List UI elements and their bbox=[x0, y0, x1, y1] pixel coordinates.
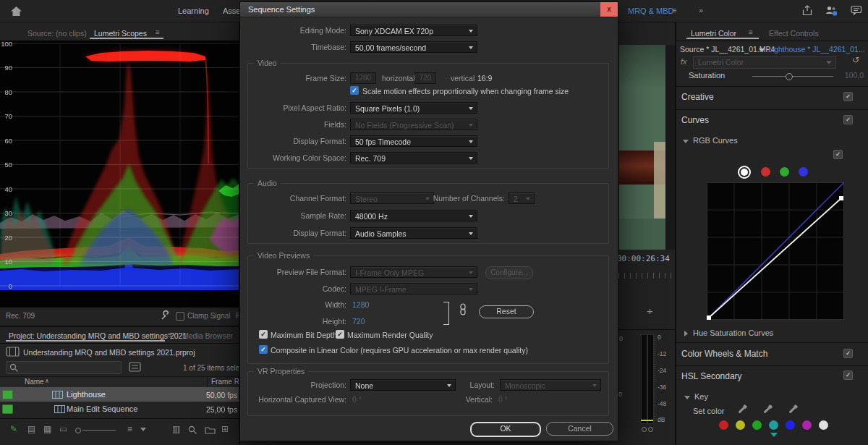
tab-lumetri-color[interactable]: Lumetri Color bbox=[691, 29, 736, 38]
chevron-right-icon[interactable] bbox=[684, 331, 688, 336]
dialog-title-bar[interactable]: Sequence Settings x bbox=[240, 2, 618, 17]
quick-export-icon[interactable] bbox=[801, 5, 813, 17]
creative-enabled-checkbox[interactable]: ✓ bbox=[843, 92, 853, 101]
search-input[interactable] bbox=[6, 361, 122, 374]
hsl-swatch-white[interactable] bbox=[819, 420, 828, 430]
program-ruler[interactable] bbox=[618, 273, 673, 279]
icon-view-icon[interactable]: ▦ bbox=[43, 424, 51, 434]
ok-button[interactable]: OK bbox=[470, 422, 541, 437]
tab-media-browser[interactable]: Media Browser bbox=[182, 331, 233, 340]
cancel-button[interactable]: Cancel bbox=[546, 422, 613, 436]
white-channel-dot-selected[interactable] bbox=[738, 166, 751, 179]
label-color-chip[interactable] bbox=[2, 390, 13, 399]
saturation-value[interactable]: 100,0 bbox=[839, 71, 864, 80]
panel-menu-icon[interactable]: ≡ bbox=[749, 28, 753, 36]
section-creative[interactable]: Creative bbox=[681, 92, 714, 102]
display-format-select[interactable]: 50 fps Timecode bbox=[350, 135, 477, 147]
scope-settings-wrench-icon[interactable] bbox=[160, 310, 170, 321]
program-timecode[interactable]: 00:00:26:34 bbox=[617, 254, 670, 263]
table-row[interactable]: Lighthouse 50,00 fps bbox=[0, 387, 239, 402]
chevron-down-icon[interactable] bbox=[759, 48, 765, 52]
hsl-swatch-teal[interactable] bbox=[769, 420, 778, 430]
rgb-curve-editor[interactable] bbox=[707, 182, 844, 320]
list-view-icon[interactable]: ▤ bbox=[27, 424, 35, 434]
add-button-icon[interactable]: + bbox=[647, 305, 653, 317]
hsl-swatch-red[interactable] bbox=[719, 420, 728, 430]
freeform-view-icon[interactable]: ▭ bbox=[59, 424, 67, 434]
section-curves[interactable]: Curves bbox=[681, 115, 709, 125]
new-bin-folder-icon[interactable] bbox=[205, 425, 216, 434]
eyedropper-icon[interactable] bbox=[739, 407, 746, 414]
automate-sequence-icon[interactable]: ▥ bbox=[172, 424, 180, 434]
width-value[interactable]: 1280 bbox=[352, 300, 369, 309]
hsl-swatch-green[interactable] bbox=[752, 420, 762, 430]
zoom-slider-handle[interactable] bbox=[75, 428, 81, 433]
table-row[interactable]: Main Edit Sequence 25,00 fps bbox=[0, 402, 239, 416]
hsl-swatch-yellow[interactable] bbox=[736, 420, 745, 430]
reset-effect-icon[interactable]: ↺ bbox=[852, 55, 859, 65]
panel-menu-icon[interactable]: ≡ bbox=[156, 28, 160, 36]
project-file-name[interactable]: Understanding MRQ and MBD settings 2021.… bbox=[23, 348, 195, 357]
label-color-chip[interactable] bbox=[2, 404, 13, 414]
workspace-tab-learning[interactable]: Learning bbox=[178, 7, 209, 15]
item-name[interactable]: Main Edit Sequence bbox=[67, 404, 137, 413]
blue-channel-dot[interactable] bbox=[799, 167, 808, 177]
column-header-frame-rate[interactable]: Frame Rate bbox=[211, 378, 239, 386]
chevron-down-icon[interactable] bbox=[684, 396, 690, 399]
link-chain-icon[interactable] bbox=[459, 303, 467, 315]
eyedropper-plus-icon[interactable] bbox=[764, 407, 771, 414]
hsl-swatch-magenta[interactable] bbox=[802, 420, 812, 430]
solo-right-icon[interactable] bbox=[648, 427, 653, 432]
item-name[interactable]: Lighthouse bbox=[67, 390, 106, 399]
reset-button[interactable]: Reset bbox=[479, 305, 534, 318]
composite-linear-checkbox[interactable]: ✓ bbox=[259, 345, 268, 354]
wheels-enabled-checkbox[interactable]: ✓ bbox=[843, 349, 853, 358]
column-header-name[interactable]: Name bbox=[25, 378, 44, 386]
workspace-overflow-icon[interactable]: » bbox=[699, 6, 703, 14]
tab-source-monitor[interactable]: Source: (no clips) bbox=[27, 29, 87, 38]
clamp-signal-checkbox[interactable] bbox=[176, 312, 184, 321]
maximum-bit-depth-checkbox[interactable]: ✓ bbox=[259, 330, 268, 339]
eyedropper-minus-icon[interactable] bbox=[789, 407, 796, 414]
saturation-slider-thumb[interactable] bbox=[786, 73, 793, 80]
tab-lumetri-scopes[interactable]: Lumetri Scopes bbox=[94, 29, 147, 38]
hsl-enabled-checkbox[interactable]: ✓ bbox=[843, 370, 853, 380]
timebase-select[interactable]: 50,00 frames/second bbox=[350, 41, 477, 53]
tab-effect-controls[interactable]: Effect Controls bbox=[769, 29, 819, 38]
saturation-slider-track[interactable] bbox=[752, 76, 833, 77]
subsection-key[interactable]: Key bbox=[694, 392, 708, 401]
section-hsl-secondary[interactable]: HSL Secondary bbox=[681, 371, 742, 381]
subsection-hue-saturation-curves[interactable]: Hue Saturation Curves bbox=[693, 329, 773, 337]
workspace-menu-icon[interactable]: ≡ bbox=[672, 6, 676, 14]
chevron-down-icon[interactable] bbox=[683, 140, 689, 143]
tab-project[interactable]: Project: Understanding MRQ and MBD setti… bbox=[9, 331, 187, 340]
red-channel-dot[interactable] bbox=[761, 167, 770, 177]
section-color-wheels[interactable]: Color Wheels & Match bbox=[681, 349, 767, 359]
new-item-icon[interactable]: ⊞ bbox=[221, 424, 229, 434]
height-value[interactable]: 720 bbox=[352, 317, 365, 326]
timeline-clip-label[interactable]: Lighthouse * JL__4261_01... bbox=[768, 45, 865, 54]
sample-rate-select[interactable]: 48000 Hz bbox=[350, 210, 477, 221]
working-color-space-select[interactable]: Rec. 709 bbox=[350, 152, 477, 164]
writable-pen-icon[interactable]: ✎ bbox=[10, 424, 17, 434]
list-options-icon[interactable] bbox=[129, 362, 141, 372]
audio-display-format-select[interactable]: Audio Samples bbox=[350, 227, 477, 239]
editing-mode-select[interactable]: Sony XDCAM EX 720p bbox=[350, 25, 477, 36]
home-icon[interactable] bbox=[10, 6, 22, 17]
panel-menu-icon[interactable]: ≡ bbox=[168, 331, 172, 339]
scale-motion-checkbox[interactable]: ✓ bbox=[350, 86, 359, 95]
pixel-aspect-ratio-select[interactable]: Square Pixels (1.0) bbox=[350, 102, 477, 114]
comments-icon[interactable] bbox=[851, 5, 862, 17]
sort-icon[interactable]: ≡ bbox=[127, 424, 132, 434]
curves-enabled-checkbox[interactable]: ✓ bbox=[843, 115, 853, 124]
hsl-swatch-blue[interactable] bbox=[786, 420, 795, 430]
green-channel-dot[interactable] bbox=[780, 167, 789, 177]
collaborators-icon[interactable] bbox=[825, 5, 838, 17]
close-button[interactable]: x bbox=[600, 2, 618, 17]
zoom-slider-track[interactable] bbox=[82, 430, 116, 431]
subsection-rgb-curves[interactable]: RGB Curves bbox=[693, 136, 738, 145]
find-icon[interactable] bbox=[188, 425, 197, 435]
chevron-down-icon[interactable] bbox=[140, 428, 146, 431]
rgb-curves-enabled-checkbox[interactable]: ✓ bbox=[833, 150, 843, 159]
maximum-render-quality-checkbox[interactable]: ✓ bbox=[336, 330, 344, 339]
